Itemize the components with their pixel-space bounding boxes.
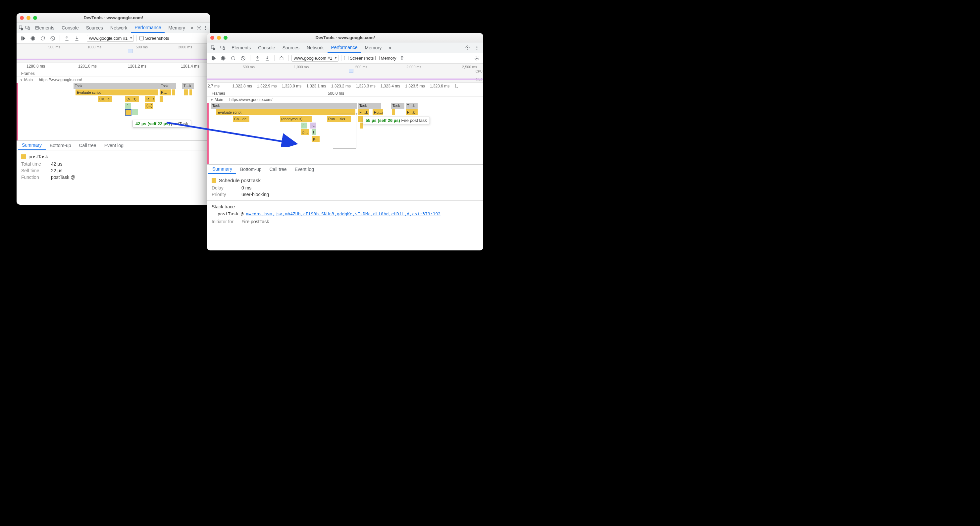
inspect-element-icon[interactable] xyxy=(19,24,24,32)
tab-sources[interactable]: Sources xyxy=(83,22,106,33)
minimize-window-button[interactable] xyxy=(27,16,30,20)
zoom-window-button[interactable] xyxy=(224,36,228,40)
flame-bar[interactable] xyxy=(392,109,395,115)
screenshots-checkbox[interactable]: Screenshots xyxy=(344,56,374,61)
screenshots-checkbox[interactable]: Screenshots xyxy=(140,36,169,41)
capture-settings-icon[interactable] xyxy=(473,54,481,62)
flame-bar[interactable]: T…k xyxy=(182,83,194,89)
memory-checkbox[interactable]: Memory xyxy=(375,56,396,61)
tabs-overflow-icon[interactable] xyxy=(385,43,394,52)
tabs-overflow-icon[interactable] xyxy=(189,24,195,32)
flame-bar[interactable]: (…) xyxy=(145,103,153,108)
detail-tab-bottomup[interactable]: Bottom-up xyxy=(236,165,266,174)
time-ruler[interactable]: 2.7 ms1,322.8 ms1,322.9 ms1,323.0 ms1,32… xyxy=(207,83,483,90)
flame-bar[interactable]: f xyxy=(312,129,316,135)
detail-tab-eventlog[interactable]: Event log xyxy=(291,165,318,174)
time-ruler[interactable]: 1280.8 ms 1281.0 ms 1281.2 ms 1281.4 ms xyxy=(17,63,210,70)
flame-chart[interactable]: TaskTaskT…kEvaluate scriptR…Co…e(a…s)R…s… xyxy=(17,83,210,140)
flame-bar[interactable] xyxy=(184,89,188,96)
detail-tab-summary[interactable]: Summary xyxy=(208,165,236,174)
detail-tab-eventlog[interactable]: Event log xyxy=(100,141,127,150)
flame-bar[interactable]: Evaluate script xyxy=(216,109,355,115)
flame-bar[interactable]: Task xyxy=(160,83,176,89)
toggle-recording-icon[interactable] xyxy=(209,54,218,62)
flame-bar[interactable]: p… xyxy=(312,136,320,142)
detail-tab-summary[interactable]: Summary xyxy=(18,141,46,150)
flame-bar[interactable]: Task xyxy=(358,103,381,108)
flame-bar[interactable]: (anonymous) xyxy=(280,116,312,122)
flame-bar[interactable]: f xyxy=(301,123,307,129)
record-icon[interactable] xyxy=(29,34,37,43)
inspect-element-icon[interactable] xyxy=(209,43,218,52)
reload-record-icon[interactable] xyxy=(38,34,47,43)
recording-select[interactable]: www.google.com #1 xyxy=(291,55,339,62)
flame-bar[interactable]: Co…e xyxy=(98,96,112,102)
tab-performance[interactable]: Performance xyxy=(131,22,164,33)
settings-icon[interactable] xyxy=(196,24,202,32)
flame-bar[interactable]: R… xyxy=(160,89,171,96)
tab-console[interactable]: Console xyxy=(58,22,82,33)
reload-record-icon[interactable] xyxy=(229,54,237,62)
flame-bar[interactable]: Task xyxy=(211,103,357,108)
flame-bar[interactable]: F…k xyxy=(406,109,418,115)
more-options-icon[interactable] xyxy=(202,24,208,32)
detail-tab-bottomup[interactable]: Bottom-up xyxy=(46,141,75,150)
frames-row[interactable]: Frames 500.0 ms xyxy=(207,90,483,97)
tab-elements[interactable]: Elements xyxy=(32,22,57,33)
tab-memory[interactable]: Memory xyxy=(362,42,385,53)
tab-memory[interactable]: Memory xyxy=(165,22,189,33)
flame-bar[interactable] xyxy=(172,89,175,96)
flame-bar[interactable]: Evaluate script xyxy=(75,89,158,96)
close-window-button[interactable] xyxy=(210,36,214,40)
upload-icon[interactable] xyxy=(253,54,262,62)
tab-network[interactable]: Network xyxy=(107,22,130,33)
flame-bar[interactable] xyxy=(125,109,131,115)
flame-bar[interactable]: T…k xyxy=(406,103,418,108)
gc-icon[interactable] xyxy=(398,54,406,62)
main-thread-header[interactable]: Main — https://www.google.com/ xyxy=(207,97,483,103)
flame-bar[interactable]: (a…s) xyxy=(125,96,139,102)
recording-select[interactable]: www.google.com #1 xyxy=(87,35,134,42)
flame-bar[interactable]: Run …sks xyxy=(327,116,351,122)
upload-icon[interactable] xyxy=(63,34,71,43)
stack-trace-source-link[interactable]: m=cdos,hsm,jsa,mb4ZUb,cEt90b,SNUn3,qddgK… xyxy=(246,211,441,216)
flame-bar[interactable]: Fi…k xyxy=(358,109,369,115)
close-window-button[interactable] xyxy=(20,16,24,20)
tab-performance[interactable]: Performance xyxy=(328,42,361,53)
tab-elements[interactable]: Elements xyxy=(228,42,254,53)
device-toggle-icon[interactable] xyxy=(25,24,30,32)
tab-network[interactable]: Network xyxy=(303,42,327,53)
record-icon[interactable] xyxy=(219,54,228,62)
home-icon[interactable] xyxy=(277,54,286,62)
download-icon[interactable] xyxy=(73,34,81,43)
flame-bar[interactable]: p… xyxy=(301,129,309,135)
flame-bar[interactable] xyxy=(189,89,192,96)
flame-bar[interactable]: R…s xyxy=(145,96,155,102)
flame-bar[interactable]: Task xyxy=(73,83,160,89)
flame-bar[interactable] xyxy=(160,96,163,102)
more-options-icon[interactable] xyxy=(473,43,481,52)
zoom-window-button[interactable] xyxy=(33,16,37,20)
minimize-window-button[interactable] xyxy=(217,36,221,40)
flame-bar[interactable]: Task xyxy=(391,103,404,108)
overview-strip[interactable]: 500 ms 1000 ms 500 ms 2000 ms xyxy=(17,44,210,63)
device-toggle-icon[interactable] xyxy=(218,43,227,52)
detail-tab-calltree[interactable]: Call tree xyxy=(75,141,100,150)
download-icon[interactable] xyxy=(263,54,272,62)
tab-sources[interactable]: Sources xyxy=(279,42,303,53)
flame-bar[interactable]: r… xyxy=(310,123,316,129)
main-thread-header[interactable]: Main — https://www.google.com/ xyxy=(17,77,210,83)
settings-icon[interactable] xyxy=(463,43,472,52)
flame-chart[interactable]: TaskTaskTaskT…kEvaluate scriptFi…kRu…sF…… xyxy=(207,103,483,164)
flame-bar[interactable]: Co…de xyxy=(233,116,250,122)
flame-bar[interactable] xyxy=(132,109,138,115)
clear-icon[interactable] xyxy=(239,54,247,62)
flame-bar[interactable]: Ru…s xyxy=(372,109,383,115)
clear-icon[interactable] xyxy=(48,34,57,43)
flame-bar[interactable]: f xyxy=(125,103,131,108)
frames-row[interactable]: Frames xyxy=(17,70,210,77)
tab-console[interactable]: Console xyxy=(255,42,278,53)
detail-tab-calltree[interactable]: Call tree xyxy=(266,165,291,174)
overview-strip[interactable]: 500 ms 1,000 ms 500 ms 2,000 ms 2,500 ms… xyxy=(207,64,483,83)
toggle-recording-icon[interactable] xyxy=(19,34,27,43)
